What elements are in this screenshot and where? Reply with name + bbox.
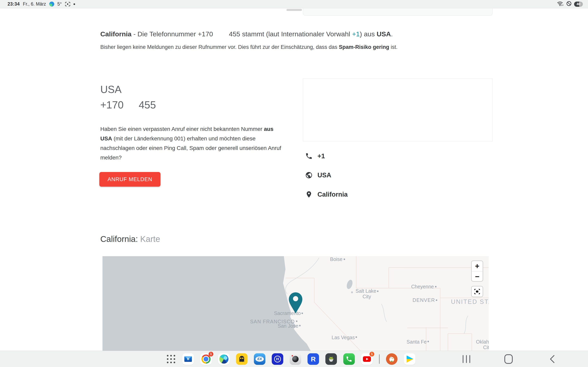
- weather-icon: [49, 2, 54, 7]
- map-label-salt-lake-city: Salt LakeCity: [356, 288, 376, 299]
- risk-text-2: ist.: [389, 44, 397, 50]
- spam-risk-line: Bisher liegen keine Meldungen zu dieser …: [100, 44, 397, 50]
- map-label-boise: Boise: [330, 256, 343, 262]
- fullscreen-button[interactable]: [471, 286, 483, 297]
- location-pin-icon: [305, 191, 313, 198]
- risk-bold: Spam-Risiko gering: [339, 44, 389, 50]
- map-label-san-jose: San Jose: [278, 323, 298, 329]
- ocean: [102, 256, 311, 351]
- duck-icon: [388, 355, 396, 363]
- youtube-logo-icon: [363, 356, 371, 362]
- headline-dot: .: [391, 30, 393, 38]
- youtube-notification-badge: 1: [370, 352, 374, 357]
- great-salt-lake: [346, 279, 353, 290]
- handset-icon: [346, 356, 353, 362]
- ex-file-explorer-app-icon[interactable]: EX: [254, 353, 265, 365]
- detail-region-value: California: [318, 191, 348, 198]
- camera-lens-icon: [292, 356, 299, 362]
- phone-app-icon[interactable]: [343, 353, 355, 365]
- headline-text-2: 455 stammt (laut Internationaler Vorwahl: [229, 30, 352, 38]
- report-call-button[interactable]: ANRUF MELDEN: [99, 172, 160, 187]
- recent-apps-button[interactable]: [457, 351, 476, 367]
- phone-number-heading: +170455: [100, 99, 156, 111]
- camera-app-icon[interactable]: [290, 353, 301, 365]
- report-text-1: Haben Sie einen verpassten Anruf einer n…: [100, 126, 264, 132]
- fullscreen-icon: [474, 288, 481, 295]
- leaflet-map[interactable]: Boise Salt LakeCity Cheyenne DENVER UNIT…: [102, 256, 489, 351]
- tablet-screen: 23:34 Fr., 6. März 5°: [0, 0, 588, 367]
- android-robot-icon: [327, 355, 335, 363]
- date: Fr., 6. März: [23, 1, 46, 7]
- app-drawer-button[interactable]: [166, 354, 176, 364]
- wifi-icon: [557, 1, 564, 8]
- home-button[interactable]: [499, 351, 518, 367]
- chrome-notification-badge: 1: [209, 352, 213, 357]
- detail-country-value: USA: [318, 171, 331, 179]
- page-title: California - Die Telefonnummer +170455 s…: [100, 30, 393, 38]
- detail-row-region: California: [305, 190, 348, 199]
- bluemail-app-icon[interactable]: b: [182, 353, 194, 365]
- report-paragraph: Haben Sie einen verpassten Anruf einer n…: [100, 124, 283, 162]
- detail-prefix-value: +1: [318, 152, 325, 160]
- edge-app-icon[interactable]: [218, 353, 230, 365]
- ghost-icon: [238, 355, 245, 363]
- report-text-2: (mit der Länderkennung 001) erhalten und…: [100, 135, 281, 161]
- dock-bar: b 1 EX H: [0, 351, 588, 367]
- cyberghost-app-icon[interactable]: [236, 353, 248, 365]
- globe-icon: [305, 171, 313, 179]
- country-heading: USA: [100, 83, 122, 95]
- h-logo: H: [274, 356, 281, 362]
- play-store-logo-icon: [407, 356, 413, 363]
- prefix-link[interactable]: +1: [352, 30, 360, 38]
- number-prefix: +170: [100, 99, 124, 111]
- screen-capture-icon: [65, 2, 70, 6]
- ad-frame-empty: [303, 79, 493, 142]
- map-title-word: Karte: [138, 234, 160, 244]
- number-suffix: 455: [139, 99, 156, 111]
- chrome-app-icon[interactable]: 1: [200, 353, 212, 365]
- detail-row-prefix: +1: [305, 151, 325, 161]
- android-tool-app-icon[interactable]: [325, 353, 337, 365]
- zoom-in-button[interactable]: +: [472, 261, 483, 271]
- back-button[interactable]: [543, 351, 562, 367]
- map-title-state: California:: [100, 234, 138, 244]
- battery-percent: 40: [577, 2, 580, 6]
- map-label-oklahoma-city: OklahomaCity: [476, 339, 489, 350]
- headline-text-1: - Die Telefonnummer +170: [132, 30, 213, 38]
- duckduckgo-app-icon[interactable]: [386, 353, 397, 365]
- headline-text-3: ) aus: [360, 30, 377, 38]
- phone-icon: [305, 152, 313, 160]
- ad-banner-partial: [303, 8, 493, 16]
- risk-text-1: Bisher liegen keine Meldungen zu dieser …: [100, 44, 339, 50]
- no-signal-icon: [566, 1, 572, 8]
- map-zoom-control: + −: [471, 260, 483, 282]
- h-app-icon[interactable]: H: [272, 353, 283, 365]
- headline-country: USA: [377, 30, 391, 38]
- camera-flash-dot: [292, 355, 293, 357]
- edge-logo-icon: [219, 354, 228, 364]
- battery-indicator: 40: [574, 2, 583, 7]
- map-section-title: California: Karte: [100, 234, 160, 244]
- youtube-app-icon[interactable]: 1: [361, 353, 373, 365]
- ex-logo: EX: [255, 357, 264, 362]
- map-label-united-states: UNITED STATES: [451, 298, 489, 305]
- status-bar: 23:34 Fr., 6. März 5°: [0, 0, 588, 8]
- temperature: 5°: [57, 1, 62, 7]
- notification-dot-icon: [74, 3, 75, 5]
- zoom-out-button[interactable]: −: [472, 271, 483, 282]
- map-label-cheyenne: Cheyenne: [411, 284, 434, 289]
- play-store-app-icon[interactable]: [404, 353, 415, 365]
- headline-state: California: [100, 30, 132, 38]
- map-label-santa-fe: Santa Fe: [407, 339, 427, 345]
- map-label-las-vegas: Las Vegas: [332, 335, 355, 340]
- envelope-icon: b: [184, 356, 192, 362]
- r-app-icon[interactable]: R: [308, 353, 319, 365]
- clock: 23:34: [8, 1, 20, 7]
- dock-divider: [379, 354, 380, 364]
- scrollbar-thumb[interactable]: [286, 9, 302, 11]
- detail-row-country: USA: [305, 170, 331, 180]
- back-chevron-icon: [549, 354, 555, 364]
- map-label-denver: DENVER: [412, 297, 435, 303]
